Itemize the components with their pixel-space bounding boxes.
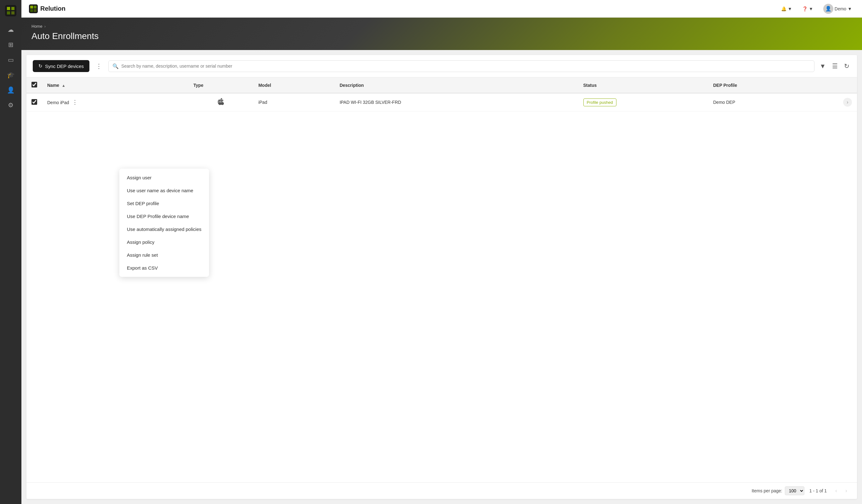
header-model[interactable]: Model <box>253 77 335 93</box>
row-type-cell: DEP <box>188 93 253 111</box>
context-menu-assign-policy[interactable]: Assign policy <box>119 236 209 249</box>
table-head: Name ▲ Type Model Description <box>26 77 857 93</box>
device-icon: ▭ <box>8 56 14 64</box>
main-area: Relution 🔔 ▼ ❓ ▼ 👤 Demo ▼ Hom <box>22 0 862 504</box>
sync-dep-btn[interactable]: ↻ Sync DEP devices <box>33 60 89 72</box>
svg-rect-7 <box>34 6 37 9</box>
row-status-cell: Profile pushed <box>578 93 708 111</box>
row-description: IPAD WI-FI 32GB SILVER-FRD <box>340 100 401 105</box>
toolbar-actions: ▼ ☰ ↻ <box>818 61 851 71</box>
sidebar-item-cloud[interactable]: ☁ <box>4 23 18 37</box>
svg-rect-0 <box>5 5 16 16</box>
header-dep-profile[interactable]: DEP Profile <box>708 77 838 93</box>
breadcrumb-sep: › <box>44 24 45 29</box>
pagination-nav: ‹ › <box>832 486 851 495</box>
svg-rect-1 <box>7 7 10 10</box>
bell-chevron: ▼ <box>788 6 792 11</box>
user-chevron: ▼ <box>848 6 852 11</box>
apple-icon: DEP <box>218 100 224 106</box>
context-menu-set-dep-profile[interactable]: Set DEP profile <box>119 197 209 210</box>
search-input[interactable] <box>121 64 810 69</box>
pagination-prev-btn[interactable]: ‹ <box>832 486 840 495</box>
svg-text:DEP: DEP <box>218 100 224 103</box>
gear-icon: ⚙ <box>8 101 14 109</box>
row-dep-profile-cell: Demo DEP <box>708 93 838 111</box>
breadcrumb-home[interactable]: Home <box>31 24 42 29</box>
sort-icon: ▲ <box>62 83 65 88</box>
row-navigate-btn[interactable]: › <box>843 98 852 107</box>
context-menu-use-username[interactable]: Use user name as device name <box>119 184 209 197</box>
topnav: Relution 🔔 ▼ ❓ ▼ 👤 Demo ▼ <box>22 0 862 18</box>
data-table: Name ▲ Type Model Description <box>26 77 857 111</box>
list-view-icon[interactable]: ☰ <box>831 61 839 71</box>
filter-icon[interactable]: ▼ <box>818 61 827 71</box>
chevron-right-icon: › <box>847 100 848 105</box>
header-actions-col <box>838 77 857 93</box>
bell-icon: 🔔 <box>781 6 786 11</box>
search-container: 🔍 <box>108 61 814 72</box>
pagination-range: 1 - 1 of 1 <box>809 488 827 493</box>
items-per-page-select[interactable]: 100 50 25 <box>785 486 805 495</box>
toolbar: ↻ Sync DEP devices ⋮ 🔍 ▼ ☰ ↻ <box>26 55 857 77</box>
toolbar-more-btn[interactable]: ⋮ <box>93 61 105 71</box>
user-name: Demo <box>835 6 846 11</box>
sidebar-item-settings[interactable]: ⚙ <box>4 98 18 112</box>
pagination-next-btn[interactable]: › <box>842 486 851 495</box>
svg-rect-8 <box>30 9 33 12</box>
search-icon: 🔍 <box>113 63 119 69</box>
row-checkbox[interactable] <box>31 99 37 105</box>
select-all-checkbox[interactable] <box>31 82 37 88</box>
context-menu-auto-policies[interactable]: Use automatically assigned policies <box>119 223 209 236</box>
svg-rect-3 <box>7 11 10 14</box>
help-icon: ❓ <box>802 6 808 11</box>
context-menu-export-csv[interactable]: Export as CSV <box>119 262 209 274</box>
header-name[interactable]: Name ▲ <box>42 77 188 93</box>
sidebar-item-enrollments[interactable]: 🎓 <box>4 68 18 82</box>
pagination: Items per page: 100 50 25 1 - 1 of 1 ‹ › <box>26 482 857 499</box>
cloud-icon: ☁ <box>8 26 14 34</box>
row-checkbox-cell <box>26 93 42 111</box>
context-menu-assign-user[interactable]: Assign user <box>119 171 209 184</box>
row-model: iPad <box>259 100 267 105</box>
row-name: Demo iPad <box>47 100 69 105</box>
row-desc-cell: IPAD WI-FI 32GB SILVER-FRD <box>335 93 578 111</box>
context-menu: Assign user Use user name as device name… <box>119 169 209 277</box>
context-menu-dep-profile-device-name[interactable]: Use DEP Profile device name <box>119 210 209 223</box>
user-menu-btn[interactable]: 👤 Demo ▼ <box>821 2 854 16</box>
breadcrumb: Home › <box>31 24 852 29</box>
table-header-row: Name ▲ Type Model Description <box>26 77 857 93</box>
items-per-page-label: Items per page: <box>752 488 782 493</box>
graduation-icon: 🎓 <box>7 71 15 79</box>
app-name: Relution <box>40 5 65 12</box>
page-title: Auto Enrollments <box>31 31 852 41</box>
user-icon: 👤 <box>7 86 15 94</box>
avatar-icon: 👤 <box>825 6 832 12</box>
row-model-cell: iPad <box>253 93 335 111</box>
sidebar: ☁ ⊞ ▭ 🎓 👤 ⚙ <box>0 0 22 504</box>
sync-icon: ↻ <box>38 63 42 69</box>
sidebar-item-users[interactable]: 👤 <box>4 83 18 97</box>
content: Home › Auto Enrollments ↻ Sync DEP devic… <box>22 18 862 504</box>
page-header: Home › Auto Enrollments <box>22 18 862 50</box>
avatar: 👤 <box>823 4 833 14</box>
table-wrapper: Name ▲ Type Model Description <box>26 77 857 482</box>
svg-rect-9 <box>34 9 37 12</box>
header-checkbox-col <box>26 77 42 93</box>
header-description[interactable]: Description <box>335 77 578 93</box>
app-logo: Relution <box>29 4 65 13</box>
header-status[interactable]: Status <box>578 77 708 93</box>
pagination-items-per-page: Items per page: 100 50 25 <box>752 486 804 495</box>
header-type[interactable]: Type <box>188 77 253 93</box>
sidebar-logo <box>4 4 18 18</box>
row-more-btn[interactable]: ⋮ <box>70 98 80 106</box>
svg-rect-2 <box>11 7 14 10</box>
notifications-btn[interactable]: 🔔 ▼ <box>779 4 795 13</box>
refresh-icon[interactable]: ↻ <box>843 61 851 71</box>
help-btn[interactable]: ❓ ▼ <box>800 4 816 13</box>
sidebar-item-device[interactable]: ▭ <box>4 53 18 67</box>
sidebar-item-grid[interactable]: ⊞ <box>4 38 18 52</box>
context-menu-assign-rule-set[interactable]: Assign rule set <box>119 249 209 262</box>
svg-rect-6 <box>30 6 33 9</box>
table-row: Demo iPad ⋮ DEP <box>26 93 857 111</box>
svg-rect-4 <box>11 11 14 14</box>
